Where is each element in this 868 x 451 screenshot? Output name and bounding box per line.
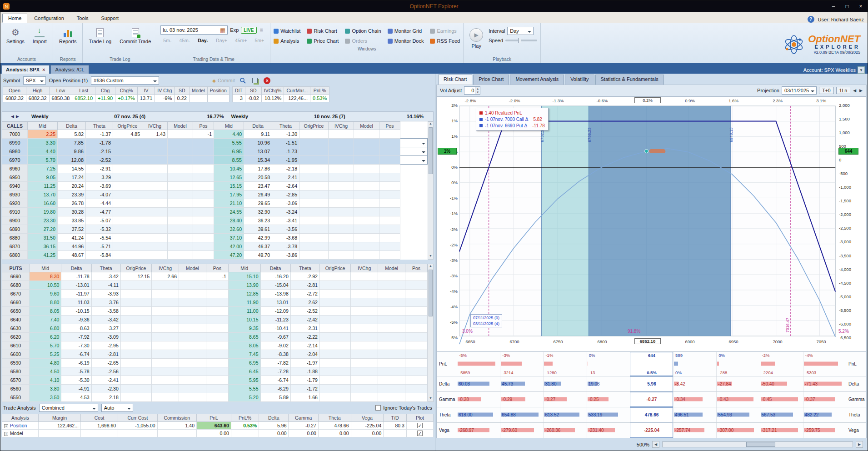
chain-next-icon[interactable]: ▶: [16, 114, 19, 119]
theta-cell[interactable]: -2.52: [86, 156, 113, 165]
ivchg-cell[interactable]: [152, 341, 179, 350]
model-cell[interactable]: [179, 298, 206, 307]
model-cell[interactable]: [378, 290, 405, 298]
mid-cell[interactable]: 11.90: [228, 298, 260, 307]
pos-cell[interactable]: [206, 376, 228, 385]
model-cell[interactable]: [354, 147, 379, 156]
delta-cell[interactable]: -6.74: [61, 350, 91, 359]
delta-cell[interactable]: 26.49: [244, 190, 272, 199]
origprice-cell[interactable]: [299, 251, 329, 260]
calls-row[interactable]: 6980 4.40 9.86 -2.15 6.95 13.07 -1.73: [2, 147, 428, 156]
pos-cell[interactable]: [193, 173, 214, 182]
origprice-cell[interactable]: [113, 225, 142, 234]
strike-cell[interactable]: 6640: [2, 316, 30, 324]
ivchg-cell[interactable]: [351, 316, 378, 324]
ivchg-cell[interactable]: [142, 199, 168, 208]
model-cell[interactable]: [354, 156, 379, 165]
spin-down-icon[interactable]: ▼: [475, 90, 480, 94]
theta-cell[interactable]: -3.41: [272, 216, 299, 225]
origprice-cell[interactable]: [299, 190, 329, 199]
theta-cell[interactable]: -2.52: [290, 307, 319, 316]
delta-cell[interactable]: 23.47: [244, 182, 272, 190]
theta-cell[interactable]: -3.69: [86, 182, 113, 190]
theta-cell[interactable]: -3.42: [91, 272, 120, 281]
mid-cell[interactable]: 15.15: [214, 182, 244, 190]
ivchg-cell[interactable]: [152, 324, 179, 333]
ivchg-cell[interactable]: [351, 281, 378, 290]
mid-cell[interactable]: 3.50: [29, 393, 61, 402]
pos-cell[interactable]: [379, 190, 400, 199]
origprice-cell[interactable]: [319, 298, 350, 307]
delta-cell[interactable]: -5.30: [61, 376, 91, 385]
menu-tab[interactable]: Support: [95, 14, 125, 23]
puts-row[interactable]: 6690 8.30 -11.78 -3.42 12.15 2.66 -1 15.…: [2, 272, 428, 281]
mid-cell[interactable]: 4.40: [214, 130, 244, 139]
pos-cell[interactable]: [206, 393, 228, 402]
theta-cell[interactable]: -2.22: [290, 333, 319, 341]
mode-select[interactable]: Auto: [101, 404, 133, 412]
ivchg-cell[interactable]: [152, 298, 179, 307]
delta-cell[interactable]: 9.11: [244, 130, 272, 139]
origprice-cell[interactable]: [120, 376, 151, 385]
mid-cell[interactable]: 5.20: [228, 393, 260, 402]
mid-cell[interactable]: 8.05: [228, 341, 260, 350]
strike-cell[interactable]: 6990: [2, 139, 28, 147]
pos-cell[interactable]: [379, 147, 400, 156]
delta-cell[interactable]: 7.85: [58, 139, 86, 147]
ivchg-cell[interactable]: [142, 216, 168, 225]
ivchg-cell[interactable]: [351, 290, 378, 298]
pos-cell[interactable]: [405, 324, 427, 333]
pos-cell[interactable]: [193, 216, 214, 225]
pos-cell[interactable]: [379, 156, 400, 165]
puts-row[interactable]: 6610 5.70 -7.30 -2.95 8.05 -9.02 -2.14: [2, 341, 428, 350]
mid-cell[interactable]: 41.25: [28, 251, 58, 260]
mid-cell[interactable]: 5.55: [228, 385, 260, 393]
ivchg-cell[interactable]: [152, 333, 179, 341]
model-cell[interactable]: [354, 234, 379, 242]
chain-prev-icon[interactable]: ◀: [11, 114, 14, 119]
origprice-cell[interactable]: [113, 156, 142, 165]
mid-cell[interactable]: 6.80: [29, 324, 61, 333]
ivchg-cell[interactable]: [351, 341, 378, 350]
strike-cell[interactable]: 6650: [2, 307, 30, 316]
strike-cell[interactable]: 6940: [2, 182, 28, 190]
theta-cell[interactable]: -2.41: [272, 173, 299, 182]
theta-cell[interactable]: -2.41: [91, 376, 120, 385]
origprice-cell[interactable]: [319, 385, 350, 393]
pos-cell[interactable]: [405, 307, 427, 316]
ivchg-cell[interactable]: [142, 139, 168, 147]
model-cell[interactable]: [168, 165, 193, 173]
spin-up-icon[interactable]: ▲: [475, 87, 480, 90]
origprice-cell[interactable]: [319, 333, 350, 341]
pos-cell[interactable]: [193, 165, 214, 173]
strike-cell[interactable]: 6870: [2, 242, 28, 251]
theta-cell[interactable]: -3.78: [272, 242, 299, 251]
pos-cell[interactable]: [193, 147, 214, 156]
pos-cell[interactable]: [379, 130, 400, 139]
theta-cell[interactable]: -3.27: [91, 324, 120, 333]
ivchg-cell[interactable]: [329, 139, 354, 147]
mid-cell[interactable]: 4.40: [28, 147, 58, 156]
expiry-header[interactable]: Weekly 10 nov. 25 (7) 14.16%: [228, 114, 428, 119]
mid-cell[interactable]: 7.45: [228, 350, 260, 359]
model-cell[interactable]: [168, 216, 193, 225]
theta-cell[interactable]: -5.07: [86, 216, 113, 225]
pos-cell[interactable]: [379, 225, 400, 234]
pos-cell[interactable]: [379, 251, 400, 260]
model-cell[interactable]: [168, 173, 193, 182]
model-cell[interactable]: [354, 225, 379, 234]
mid-cell[interactable]: 6.95: [228, 359, 260, 367]
origprice-cell[interactable]: [113, 173, 142, 182]
theta-cell[interactable]: -2.15: [86, 147, 113, 156]
pos-cell[interactable]: [405, 350, 427, 359]
model-cell[interactable]: [179, 324, 206, 333]
mid-cell[interactable]: 11.00: [228, 307, 260, 316]
origprice-cell[interactable]: [319, 393, 350, 402]
delta-cell[interactable]: -9.67: [260, 333, 290, 341]
delta-cell[interactable]: 12.08: [58, 156, 86, 165]
ivchg-cell[interactable]: 1.43: [142, 130, 168, 139]
mid-cell[interactable]: 3.30: [28, 139, 58, 147]
mid-cell[interactable]: 13.70: [28, 190, 58, 199]
mid-cell[interactable]: 42.00: [214, 242, 244, 251]
theta-cell[interactable]: -2.95: [91, 341, 120, 350]
